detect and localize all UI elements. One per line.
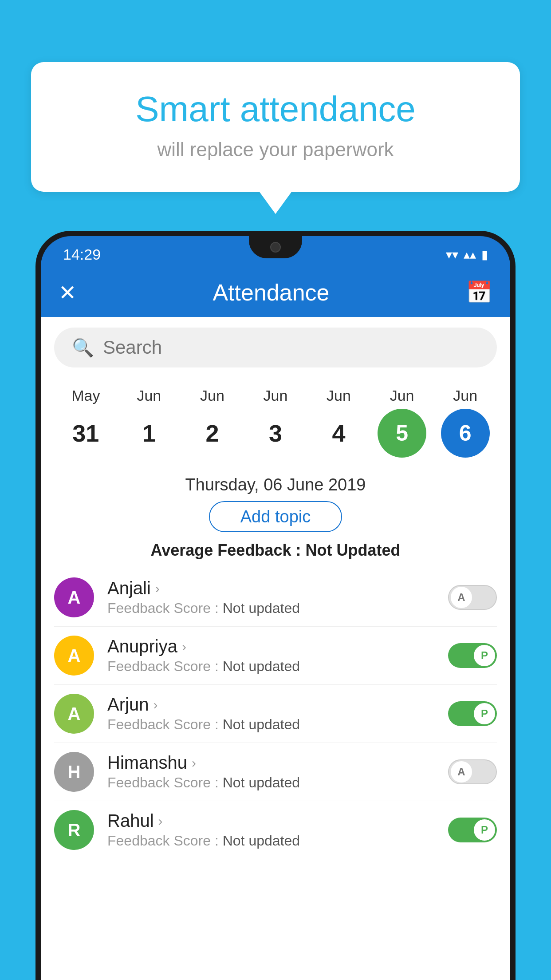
screen-content: 🔍 May31Jun1Jun2Jun3Jun4Jun5Jun6 Thursday… <box>41 317 510 980</box>
student-name: Himanshu › <box>107 753 448 773</box>
calendar-days[interactable]: May31Jun1Jun2Jun3Jun4Jun5Jun6 <box>54 387 497 458</box>
calendar-column-5[interactable]: Jun5 <box>373 387 431 458</box>
calendar-column-4[interactable]: Jun4 <box>310 387 368 458</box>
close-icon[interactable]: ✕ <box>59 280 76 305</box>
avg-feedback-label: Average Feedback : <box>151 541 306 559</box>
student-avatar: R <box>54 810 94 850</box>
search-icon: 🔍 <box>72 337 94 358</box>
calendar-column-0[interactable]: May31 <box>57 387 114 458</box>
cal-month-label: May <box>71 387 100 404</box>
attendance-toggle[interactable]: P <box>448 643 497 668</box>
phone-notch <box>249 236 302 258</box>
toggle-knob: A <box>451 761 472 782</box>
toggle-knob: P <box>474 819 495 841</box>
student-name: Anjali › <box>107 578 448 598</box>
chevron-icon: › <box>158 814 163 829</box>
cal-month-label: Jun <box>453 387 477 404</box>
student-item-0[interactable]: AAnjali ›Feedback Score : Not updatedA <box>54 569 497 627</box>
cal-day-number: 3 <box>251 409 300 458</box>
cal-day-number: 31 <box>61 409 110 458</box>
student-info: Anupriya ›Feedback Score : Not updated <box>107 636 448 675</box>
student-feedback: Feedback Score : Not updated <box>107 775 448 791</box>
toggle-knob: P <box>474 703 495 724</box>
student-name: Anupriya › <box>107 636 448 656</box>
student-list: AAnjali ›Feedback Score : Not updatedAAA… <box>41 569 510 859</box>
student-item-4[interactable]: RRahul ›Feedback Score : Not updatedP <box>54 801 497 859</box>
student-info: Himanshu ›Feedback Score : Not updated <box>107 753 448 791</box>
signal-icon: ▴▴ <box>464 247 476 262</box>
student-avatar: H <box>54 752 94 792</box>
chevron-icon: › <box>153 697 157 712</box>
bubble-subtitle: will replace your paperwork <box>67 138 484 161</box>
chevron-icon: › <box>182 639 186 654</box>
average-feedback: Average Feedback : Not Updated <box>41 541 510 560</box>
cal-day-number: 4 <box>315 409 363 458</box>
bubble-title: Smart attendance <box>67 89 484 130</box>
student-info: Rahul ›Feedback Score : Not updated <box>107 811 448 849</box>
cal-day-number: 6 <box>441 409 490 458</box>
cal-day-number: 5 <box>378 409 426 458</box>
attendance-toggle[interactable]: P <box>448 818 497 842</box>
status-time: 14:29 <box>63 246 101 263</box>
app-header: ✕ Attendance 📅 <box>41 268 510 317</box>
calendar-column-6[interactable]: Jun6 <box>437 387 494 458</box>
student-avatar: A <box>54 636 94 676</box>
cal-month-label: Jun <box>390 387 414 404</box>
attendance-toggle[interactable]: P <box>448 701 497 726</box>
attendance-toggle[interactable]: A <box>448 759 497 784</box>
calendar-strip: May31Jun1Jun2Jun3Jun4Jun5Jun6 <box>41 378 510 466</box>
student-item-2[interactable]: AArjun ›Feedback Score : Not updatedP <box>54 685 497 743</box>
chevron-icon: › <box>192 755 196 771</box>
selected-date-label: Thursday, 06 June 2019 <box>185 475 366 494</box>
cal-month-label: Jun <box>200 387 224 404</box>
phone-frame: 14:29 ▾▾ ▴▴ ▮ ✕ Attendance 📅 🔍 May31Jun <box>35 231 516 980</box>
student-item-1[interactable]: AAnupriya ›Feedback Score : Not updatedP <box>54 627 497 685</box>
student-name: Rahul › <box>107 811 448 831</box>
phone-inner: 14:29 ▾▾ ▴▴ ▮ ✕ Attendance 📅 🔍 May31Jun <box>41 236 510 980</box>
student-info: Arjun ›Feedback Score : Not updated <box>107 695 448 733</box>
search-input[interactable] <box>103 337 479 358</box>
battery-icon: ▮ <box>481 247 488 262</box>
date-info: Thursday, 06 June 2019 <box>41 466 510 501</box>
cal-day-number: 1 <box>125 409 173 458</box>
app-title: Attendance <box>213 279 329 306</box>
student-item-3[interactable]: HHimanshu ›Feedback Score : Not updatedA <box>54 743 497 801</box>
add-topic-label: Add topic <box>240 507 311 526</box>
student-name: Arjun › <box>107 695 448 715</box>
speech-bubble: Smart attendance will replace your paper… <box>31 62 520 192</box>
calendar-column-2[interactable]: Jun2 <box>183 387 241 458</box>
student-feedback: Feedback Score : Not updated <box>107 600 448 616</box>
status-icons: ▾▾ ▴▴ ▮ <box>446 247 488 262</box>
chevron-icon: › <box>155 581 160 596</box>
cal-month-label: Jun <box>327 387 351 404</box>
student-info: Anjali ›Feedback Score : Not updated <box>107 578 448 616</box>
calendar-icon[interactable]: 📅 <box>466 280 492 305</box>
cal-day-number: 2 <box>188 409 236 458</box>
student-feedback: Feedback Score : Not updated <box>107 833 448 849</box>
toggle-knob: A <box>451 587 472 608</box>
add-topic-button[interactable]: Add topic <box>209 501 342 532</box>
student-feedback: Feedback Score : Not updated <box>107 716 448 733</box>
avg-feedback-value: Not Updated <box>305 541 400 559</box>
wifi-icon: ▾▾ <box>446 247 458 262</box>
toggle-knob: P <box>474 645 495 666</box>
cal-month-label: Jun <box>264 387 288 404</box>
search-bar[interactable]: 🔍 <box>54 328 497 368</box>
cal-month-label: Jun <box>137 387 161 404</box>
front-camera <box>270 242 281 253</box>
speech-bubble-container: Smart attendance will replace your paper… <box>31 62 520 192</box>
calendar-column-1[interactable]: Jun1 <box>120 387 178 458</box>
student-feedback: Feedback Score : Not updated <box>107 658 448 675</box>
calendar-column-3[interactable]: Jun3 <box>247 387 304 458</box>
student-avatar: A <box>54 577 94 617</box>
attendance-toggle[interactable]: A <box>448 585 497 610</box>
student-avatar: A <box>54 694 94 734</box>
